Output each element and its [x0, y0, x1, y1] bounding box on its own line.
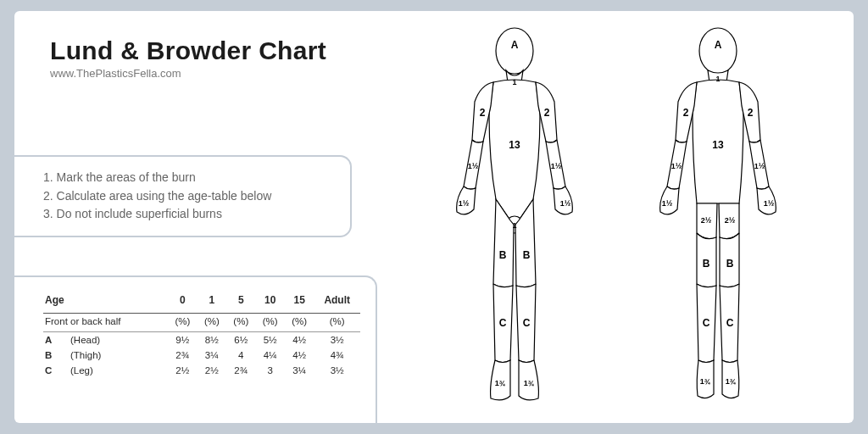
- val-cell: 3: [256, 363, 285, 378]
- val-cell: 4¾: [314, 348, 360, 363]
- label-foot: 1¾: [495, 379, 506, 387]
- val-cell: 2¾: [226, 363, 255, 378]
- label-upperarm: 2: [748, 107, 754, 119]
- label-forearm: 1½: [671, 162, 682, 170]
- row-name: (Leg): [70, 365, 93, 376]
- age-col: Adult: [314, 289, 360, 314]
- val-cell: 2¾: [168, 348, 197, 363]
- label-upperarm: 2: [683, 107, 689, 119]
- row-letter: A: [45, 335, 55, 345]
- label-leg: C: [523, 317, 531, 329]
- val-cell: 3½: [314, 332, 360, 348]
- body-diagrams: A 1 13 2 2 1½ 1½ 1½ 1½ 1 B B C C 1¾ 1¾: [413, 21, 837, 413]
- row-name: (Head): [70, 335, 100, 345]
- label-foot: 1¾: [700, 377, 711, 386]
- val-cell: 6½: [226, 332, 255, 348]
- label-upperarm: 2: [480, 107, 486, 119]
- unit-row: Front or back half (%) (%) (%) (%) (%) (…: [43, 314, 360, 332]
- label-thigh: B: [499, 249, 507, 261]
- val-cell: 5½: [256, 332, 285, 348]
- label-hand: 1½: [459, 199, 470, 208]
- unit-label: Front or back half: [43, 314, 168, 332]
- label-hand: 1½: [662, 199, 673, 208]
- label-forearm: 1½: [551, 162, 562, 170]
- age-table-box: Age 0 1 5 10 15 Adult Front or back half…: [13, 275, 377, 424]
- instruction-item: Calculate area using the age-table below: [43, 187, 337, 206]
- label-hand: 1½: [764, 199, 775, 208]
- label-neck: 1: [715, 75, 720, 83]
- body-back: A 1 13 2 2 1½ 1½ 1½ 1½ 2½ 2½ B B C C 1¾ …: [660, 28, 776, 398]
- label-head: A: [511, 39, 519, 51]
- label-leg: C: [703, 317, 710, 329]
- val-cell: 4½: [285, 332, 314, 348]
- source-url: www.ThePlasticsFella.com: [50, 67, 326, 80]
- label-forearm: 1½: [754, 162, 765, 170]
- val-cell: 9½: [168, 332, 197, 348]
- age-col: 10: [256, 289, 285, 314]
- val-cell: 4: [226, 348, 255, 363]
- label-trunk: 13: [712, 139, 724, 151]
- label-upperarm: 2: [544, 107, 550, 119]
- unit-cell: (%): [198, 314, 226, 332]
- label-genital: 1: [512, 221, 516, 230]
- title-block: Lund & Browder Chart www.ThePlasticsFell…: [50, 36, 326, 80]
- row-letter: B: [45, 350, 55, 360]
- val-cell: 8½: [198, 332, 226, 348]
- table-row: C(Leg) 2½ 2½ 2¾ 3 3¼ 3½: [43, 363, 360, 378]
- val-cell: 4½: [285, 348, 314, 363]
- body-front: A 1 13 2 2 1½ 1½ 1½ 1½ 1 B B C C 1¾ 1¾: [457, 28, 573, 400]
- val-cell: 3½: [314, 363, 360, 378]
- age-col: 15: [285, 289, 314, 314]
- label-thigh: B: [523, 249, 531, 261]
- val-cell: 4¼: [256, 348, 285, 363]
- row-letter: C: [45, 365, 55, 376]
- label-forearm: 1½: [468, 162, 479, 170]
- chart-title: Lund & Browder Chart: [50, 36, 326, 65]
- region-head: [496, 28, 533, 74]
- unit-cell: (%): [226, 314, 255, 332]
- label-foot: 1¾: [726, 377, 737, 386]
- val-cell: 2½: [198, 363, 226, 378]
- label-buttock: 2½: [725, 216, 736, 225]
- val-cell: 2½: [168, 363, 197, 378]
- label-head: A: [715, 39, 722, 51]
- label-leg: C: [726, 317, 734, 329]
- instruction-item: Do not include superficial burns: [43, 205, 337, 224]
- unit-cell: (%): [285, 314, 314, 332]
- table-row: A(Head) 9½ 8½ 6½ 5½ 4½ 3½: [43, 332, 360, 348]
- val-cell: 3¼: [198, 348, 226, 363]
- age-col: 5: [226, 289, 255, 314]
- table-row: B(Thigh) 2¾ 3¼ 4 4¼ 4½ 4¾: [43, 348, 360, 363]
- age-table: Age 0 1 5 10 15 Adult Front or back half…: [43, 289, 360, 378]
- label-hand: 1½: [560, 199, 571, 208]
- label-thigh: B: [726, 258, 734, 270]
- age-col: 1: [198, 289, 226, 314]
- instruction-item: Mark the areas of the burn: [43, 169, 337, 187]
- age-col: 0: [168, 289, 197, 314]
- instructions-box: Mark the areas of the burn Calculate are…: [13, 155, 352, 237]
- label-trunk: 13: [509, 139, 520, 151]
- chart-canvas: Lund & Browder Chart www.ThePlasticsFell…: [14, 11, 854, 423]
- row-name: (Thigh): [70, 350, 101, 360]
- label-buttock: 2½: [701, 216, 712, 225]
- label-neck: 1: [512, 78, 516, 86]
- unit-cell: (%): [314, 314, 360, 332]
- label-thigh: B: [703, 258, 710, 270]
- unit-cell: (%): [168, 314, 197, 332]
- age-header: Age: [43, 289, 168, 314]
- val-cell: 3¼: [285, 363, 314, 378]
- region-head-back: [699, 28, 737, 74]
- label-leg: C: [499, 317, 507, 329]
- label-foot: 1¾: [524, 379, 535, 387]
- unit-cell: (%): [256, 314, 285, 332]
